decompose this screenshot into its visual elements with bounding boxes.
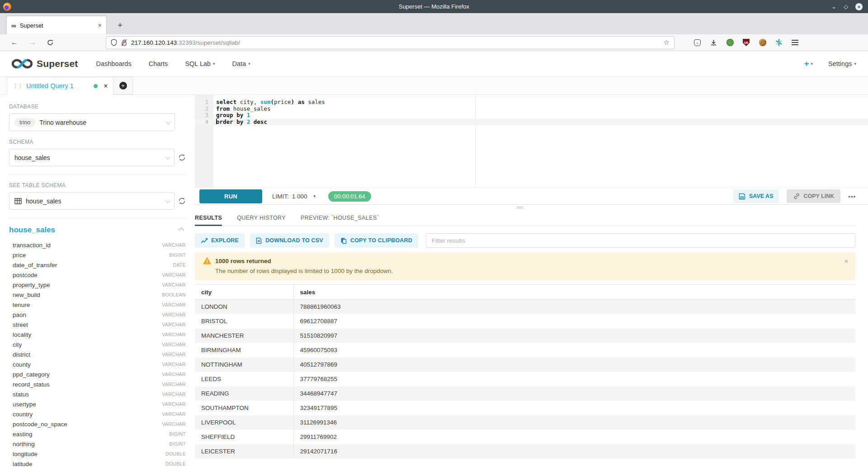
column-type: VARCHAR: [162, 272, 186, 278]
new-tab-button[interactable]: +: [114, 16, 126, 34]
results-column-header-city[interactable]: city: [195, 285, 293, 300]
column-row: priceBIGINT: [9, 250, 186, 260]
browser-tab-title: Superset: [20, 22, 94, 29]
column-name: tenure: [13, 301, 30, 308]
column-type: VARCHAR: [162, 401, 186, 407]
schema-select[interactable]: house_sales: [9, 149, 175, 166]
nav-dashboards[interactable]: Dashboards: [96, 60, 131, 67]
column-type: VARCHAR: [162, 411, 186, 417]
query-tab-title: Untitled Query 1: [26, 82, 90, 89]
column-type: VARCHAR: [162, 312, 186, 317]
tab-preview[interactable]: PREVIEW: `HOUSE_SALES`: [301, 215, 379, 226]
query-tab-close-icon[interactable]: ×: [104, 82, 108, 89]
settings-menu[interactable]: Settings▾: [828, 60, 856, 67]
results-column-header-sales[interactable]: sales: [293, 285, 855, 300]
bookmark-star-icon[interactable]: ☆: [664, 38, 670, 47]
column-row: eastingBIGINT: [9, 429, 186, 439]
column-row: date_of_transferDATE: [9, 260, 186, 270]
column-type: VARCHAR: [162, 322, 186, 327]
drag-handle-icon[interactable]: ⋮⋮: [13, 83, 23, 89]
tab-close-icon[interactable]: ×: [98, 22, 102, 29]
table-select[interactable]: house_sales: [9, 192, 175, 210]
cell-city: READING: [195, 386, 293, 401]
alert-title: 1000 rows returned: [215, 258, 271, 264]
nav-sql-lab[interactable]: SQL Lab▾: [185, 60, 215, 67]
run-button[interactable]: RUN: [199, 189, 262, 203]
nav-charts[interactable]: Charts: [149, 60, 168, 67]
column-name: property_type: [13, 282, 50, 288]
more-options-button[interactable]: •••: [848, 193, 856, 200]
browser-toolbar: ← → 217.160.120.143:32393/superset/sqlla…: [0, 34, 868, 51]
ublock-icon[interactable]: U0: [742, 39, 750, 47]
browser-tab[interactable]: ∞ Superset ×: [6, 16, 107, 34]
file-icon: [256, 237, 262, 244]
pocket-icon[interactable]: ⌄: [693, 39, 701, 47]
cell-city: LEICESTER: [195, 444, 293, 459]
caret-down-icon: ▾: [314, 194, 316, 198]
chevron-down-icon: [166, 119, 171, 124]
menu-icon[interactable]: [791, 39, 799, 47]
column-type: VARCHAR: [162, 372, 186, 377]
cell-sales: 29911769902: [293, 430, 855, 444]
cookie-extension-icon[interactable]: [759, 39, 766, 47]
forward-icon[interactable]: →: [24, 38, 42, 47]
refresh-table-icon[interactable]: [178, 197, 186, 205]
sql-lab-sidebar: DATABASE trino Trino warehouse SCHEMA ho…: [0, 95, 195, 471]
url-path: :32393/superset/sqllab/: [177, 39, 240, 46]
window-minimize-icon[interactable]: ⌄: [831, 4, 836, 9]
resize-gripper[interactable]: [517, 207, 523, 209]
shield-icon[interactable]: [111, 39, 117, 46]
colorful-asterisk-icon[interactable]: [775, 39, 783, 47]
superset-logo[interactable]: Superset: [12, 58, 78, 69]
privacy-badger-icon[interactable]: [726, 39, 734, 47]
filter-results-input[interactable]: [426, 233, 855, 248]
schema-label: SCHEMA: [9, 139, 186, 145]
cell-city: MANCHESTER: [195, 329, 293, 343]
url-bar[interactable]: 217.160.120.143:32393/superset/sqllab/ ☆: [106, 36, 675, 49]
column-row: usertypeVARCHAR: [9, 399, 186, 409]
alert-close-icon[interactable]: ×: [844, 258, 848, 265]
reload-icon[interactable]: [42, 39, 59, 46]
results-tabbar: RESULTS QUERY HISTORY PREVIEW: `HOUSE_SA…: [195, 205, 855, 226]
column-name: price: [13, 252, 26, 259]
column-type: DATE: [173, 262, 186, 268]
sql-editor[interactable]: 1select city, sum(price) as sales2from h…: [195, 95, 868, 188]
column-type: VARCHAR: [162, 391, 186, 397]
add-query-tab-button[interactable]: +: [113, 77, 133, 94]
column-name: date_of_transfer: [13, 262, 57, 268]
refresh-schema-icon[interactable]: [178, 154, 186, 161]
save-as-button[interactable]: SAVE AS: [733, 189, 779, 203]
table-row: BIRMINGHAM45960075093: [195, 343, 855, 358]
copy-link-button[interactable]: COPY LINK: [787, 189, 841, 203]
download-csv-button[interactable]: DOWNLOAD TO CSV: [250, 233, 329, 248]
column-name: record_status: [13, 381, 50, 388]
tab-results[interactable]: RESULTS: [195, 215, 222, 226]
window-maximize-icon[interactable]: ◇: [844, 4, 848, 9]
copy-clipboard-button[interactable]: COPY TO CLIPBOARD: [335, 233, 418, 248]
new-item-button[interactable]: +▾: [804, 59, 813, 69]
tab-query-history[interactable]: QUERY HISTORY: [237, 215, 286, 226]
explore-button[interactable]: EXPLORE: [195, 233, 245, 248]
table-row: LONDON788861960063: [195, 300, 855, 314]
limit-dropdown[interactable]: LIMIT: 1 000 ▾: [272, 193, 316, 200]
column-type: BOOLEAN: [162, 292, 186, 297]
table-row: READING34468947747: [195, 386, 855, 401]
window-close-icon[interactable]: ×: [855, 3, 863, 10]
database-select[interactable]: trino Trino warehouse: [9, 113, 175, 131]
floppy-icon: [739, 193, 745, 200]
line-number: 3: [195, 112, 213, 119]
downloads-icon[interactable]: [710, 39, 717, 47]
insecure-lock-icon[interactable]: [121, 39, 127, 46]
column-type: DOUBLE: [165, 461, 186, 466]
back-icon[interactable]: ←: [5, 38, 24, 47]
database-engine-badge: trino: [14, 118, 35, 127]
nav-data[interactable]: Data▾: [232, 60, 250, 67]
collapse-chevron-icon[interactable]: [179, 227, 184, 232]
column-row: cityVARCHAR: [9, 339, 186, 349]
table-row: SOUTHAMPTON32349177895: [195, 401, 855, 415]
caret-down-icon: ▾: [213, 61, 215, 66]
firefox-window: Superset — Mozilla Firefox ⌄ ◇ × ∞ Super…: [0, 0, 868, 471]
column-type: VARCHAR: [162, 382, 186, 387]
query-tab[interactable]: ⋮⋮ Untitled Query 1 ×: [7, 77, 113, 95]
column-name: transaction_id: [13, 242, 51, 249]
